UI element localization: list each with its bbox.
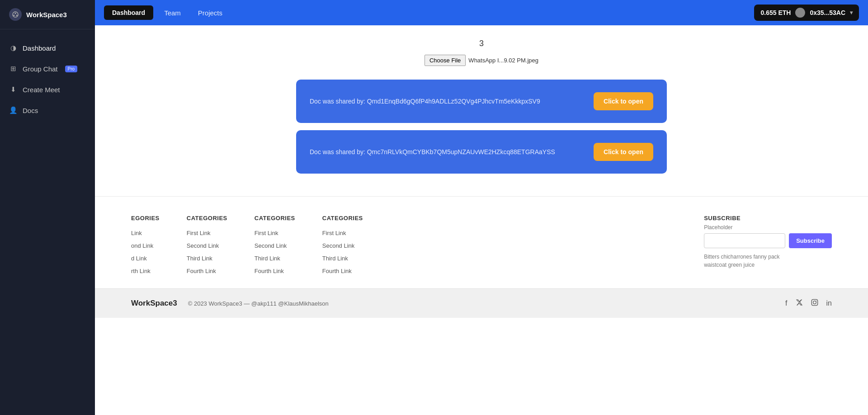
footer-col-3-heading: CATEGORIES: [322, 215, 363, 222]
footer-link-item: ond Link: [131, 241, 160, 250]
footer-link-item: First Link: [322, 229, 363, 237]
footer-col-1-links: First Link Second Link Third Link Fourth…: [187, 229, 227, 275]
footer-link[interactable]: rth Link: [131, 268, 151, 274]
wallet-eth: 0.655 ETH: [760, 9, 791, 16]
footer-col-0: EGORIES Link ond Link d Link rth Link: [131, 215, 160, 275]
sidebar-create-meet-label: Create Meet: [23, 86, 60, 94]
group-chat-icon: ⊞: [9, 65, 17, 73]
footer-link[interactable]: Third Link: [322, 255, 348, 262]
instagram-icon[interactable]: [811, 299, 818, 308]
footer-link-item: Link: [131, 229, 160, 237]
footer-link[interactable]: Third Link: [255, 255, 280, 262]
page-content: 3 Choose File WhatsApp I...9.02 PM.jpeg …: [95, 25, 868, 415]
footer-link-item: Third Link: [187, 254, 227, 262]
footer-col-3: CATEGORIES First Link Second Link Third …: [322, 215, 363, 275]
footer-link[interactable]: Fourth Link: [187, 268, 216, 274]
footer-col-1: CATEGORIES First Link Second Link Third …: [187, 215, 227, 275]
footer-bar: WorkSpace3 © 2023 WorkSpace3 — @akp111 @…: [95, 288, 868, 318]
svg-point-5: [813, 301, 816, 304]
footer-col-2-heading: CATEGORIES: [255, 215, 295, 222]
workspace-icon: [9, 8, 22, 21]
svg-point-1: [15, 13, 16, 14]
footer-copyright: © 2023 WorkSpace3 — @akp111 @KlausMikhae…: [188, 300, 329, 307]
footer-link[interactable]: First Link: [187, 230, 211, 236]
dashboard-icon: ◑: [9, 44, 17, 52]
footer-subscribe: SUBSCRIBE Placeholder Subscribe Bitters …: [704, 215, 832, 275]
dashboard-button[interactable]: Dashboard: [104, 5, 153, 20]
facebook-icon[interactable]: f: [785, 299, 787, 307]
doc-cards: Doc was shared by: Qmd1EnqBd6gQ6fP4h9ADL…: [278, 71, 685, 183]
pro-badge: Pro: [65, 66, 78, 72]
doc-card-2: Doc was shared by: Qmc7nRLVkQmCYBKb7QM5u…: [296, 130, 667, 174]
sidebar-item-group-chat[interactable]: ⊞ Group Chat Pro: [0, 59, 95, 78]
footer-brand: WorkSpace3: [131, 299, 177, 308]
footer-link-item: Fourth Link: [187, 267, 227, 275]
twitter-icon[interactable]: [796, 299, 803, 308]
footer-col-2: CATEGORIES First Link Second Link Third …: [255, 215, 295, 275]
sidebar-item-docs[interactable]: 👤 Docs: [0, 101, 95, 120]
upload-section: 3 Choose File WhatsApp I...9.02 PM.jpeg: [95, 25, 868, 71]
wallet-avatar: [795, 8, 805, 18]
footer-link-item: rth Link: [131, 267, 160, 275]
click-to-open-button-2[interactable]: Click to open: [594, 143, 653, 161]
footer-link-item: d Link: [131, 254, 160, 262]
wallet-info[interactable]: 0.655 ETH 0x35...53AC ▾: [754, 5, 859, 21]
footer-col-2-links: First Link Second Link Third Link Fourth…: [255, 229, 295, 275]
footer-bar-left: WorkSpace3 © 2023 WorkSpace3 — @akp111 @…: [131, 299, 329, 308]
footer-link[interactable]: Second Link: [322, 242, 355, 249]
footer-col-1-heading: CATEGORIES: [187, 215, 227, 222]
doc-card-2-text: Doc was shared by: Qmc7nRLVkQmCYBKb7QM5u…: [310, 148, 585, 156]
footer-link-item: First Link: [255, 229, 295, 237]
footer-link[interactable]: Third Link: [187, 255, 212, 262]
footer-col-0-heading: EGORIES: [131, 215, 160, 222]
footer-link-item: Second Link: [255, 241, 295, 250]
footer-link[interactable]: d Link: [131, 255, 147, 262]
file-name: WhatsApp I...9.02 PM.jpeg: [468, 57, 538, 64]
footer-link-item: Fourth Link: [322, 267, 363, 275]
sidebar: WorkSpace3 ◑ Dashboard ⊞ Group Chat Pro …: [0, 0, 95, 415]
page-number: 3: [479, 39, 484, 48]
footer-link[interactable]: Fourth Link: [322, 268, 352, 274]
footer-link-item: Third Link: [255, 254, 295, 262]
footer-social: f in: [785, 299, 832, 308]
footer-link[interactable]: Link: [131, 230, 142, 236]
footer-link[interactable]: Second Link: [255, 242, 287, 249]
subscribe-description: Bitters chicharrones fanny pack waistcoa…: [704, 253, 803, 269]
footer-link[interactable]: First Link: [255, 230, 278, 236]
footer-link-item: Second Link: [187, 241, 227, 250]
footer-col-0-links: Link ond Link d Link rth Link: [131, 229, 160, 275]
footer-link[interactable]: ond Link: [131, 242, 153, 249]
footer-link[interactable]: First Link: [322, 230, 346, 236]
linkedin-icon[interactable]: in: [826, 299, 832, 307]
svg-point-6: [816, 301, 816, 301]
chevron-down-icon: ▾: [850, 9, 853, 16]
projects-link[interactable]: Projects: [192, 5, 229, 20]
footer-col-3-links: First Link Second Link Third Link Fourth…: [322, 229, 363, 275]
subscribe-input[interactable]: [704, 233, 785, 248]
sidebar-group-chat-label: Group Chat: [23, 65, 58, 73]
subscribe-heading: SUBSCRIBE: [704, 215, 832, 222]
main-area: Dashboard Team Projects 0.655 ETH 0x35..…: [95, 0, 868, 415]
sidebar-logo[interactable]: WorkSpace3: [0, 0, 95, 29]
doc-card-1-text: Doc was shared by: Qmd1EnqBd6gQ6fP4h9ADL…: [310, 98, 585, 105]
svg-point-0: [13, 12, 18, 17]
sidebar-brand: WorkSpace3: [26, 11, 67, 19]
team-link[interactable]: Team: [158, 5, 187, 20]
footer-link[interactable]: Fourth Link: [255, 268, 284, 274]
svg-point-3: [16, 15, 18, 16]
sidebar-item-dashboard[interactable]: ◑ Dashboard: [0, 38, 95, 57]
doc-card-1: Doc was shared by: Qmd1EnqBd6gQ6fP4h9ADL…: [296, 80, 667, 123]
footer-link-item: Fourth Link: [255, 267, 295, 275]
sidebar-docs-label: Docs: [23, 107, 38, 114]
choose-file-button[interactable]: Choose File: [425, 55, 466, 66]
docs-icon: 👤: [9, 106, 17, 114]
wallet-address: 0x35...53AC: [810, 9, 845, 16]
click-to-open-button-1[interactable]: Click to open: [594, 92, 653, 110]
subscribe-button[interactable]: Subscribe: [789, 233, 832, 248]
subscribe-placeholder-label: Placeholder: [704, 224, 832, 231]
sidebar-item-create-meet[interactable]: ⬇ Create Meet: [0, 80, 95, 99]
footer-link[interactable]: Second Link: [187, 242, 219, 249]
svg-rect-4: [811, 299, 817, 305]
footer-link-item: Third Link: [322, 254, 363, 262]
svg-point-2: [14, 15, 15, 16]
